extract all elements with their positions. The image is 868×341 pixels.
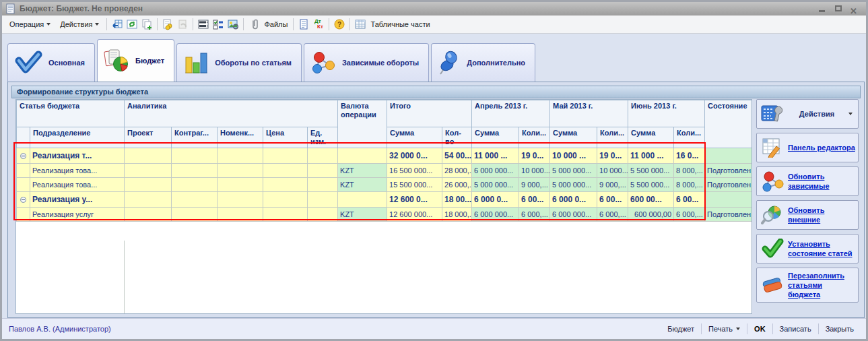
cell-value[interactable]: 6 00...: [597, 192, 628, 208]
column-group-header[interactable]: Статья бюджета: [17, 100, 125, 127]
collapse-icon[interactable]: [20, 197, 26, 203]
cell-analytics[interactable]: [218, 192, 263, 208]
cell-status[interactable]: Подготовлен: [705, 208, 752, 222]
cell-value[interactable]: 6 000 000...: [472, 208, 519, 222]
cell-value[interactable]: 10 000...: [597, 164, 628, 178]
cell-analytics[interactable]: [125, 164, 172, 178]
save-button[interactable]: Записать: [774, 323, 817, 335]
cell-value[interactable]: 10 000...: [519, 164, 550, 178]
cell-analytics[interactable]: [308, 164, 338, 178]
cell-status[interactable]: Подготовлен: [705, 164, 752, 178]
ok-button[interactable]: OK: [749, 323, 771, 335]
cell-analytics[interactable]: [125, 208, 172, 222]
tree-expander[interactable]: [17, 178, 30, 192]
cell-value[interactable]: 10 000 ...: [550, 148, 597, 164]
tab-main[interactable]: Основная: [7, 43, 95, 82]
attach-files-button[interactable]: [246, 18, 261, 31]
cell-value[interactable]: 15 500 000...: [387, 178, 442, 192]
cell-analytics[interactable]: [308, 208, 338, 222]
cell-analytics[interactable]: [218, 208, 263, 222]
cell-value[interactable]: 16 500 000...: [387, 164, 442, 178]
cell-analytics[interactable]: [172, 164, 218, 178]
column-group-header[interactable]: Итого: [387, 100, 472, 127]
cell-value[interactable]: 6 000,...: [519, 208, 550, 222]
cell-value[interactable]: 18 000,...: [442, 208, 472, 222]
tree-expander[interactable]: [17, 192, 30, 208]
cell-analytics[interactable]: [263, 208, 308, 222]
cell-value[interactable]: 6 000,...: [597, 208, 628, 222]
cell-value[interactable]: 11 000 ...: [472, 148, 519, 164]
cell-analytics[interactable]: [218, 148, 263, 164]
table-row[interactable]: Реализация това...KZT16 500 000...28 000…: [17, 164, 752, 178]
column-group-header[interactable]: Июнь 2013 г.: [628, 100, 705, 127]
cell-analytics[interactable]: [172, 208, 218, 222]
cell-currency[interactable]: [338, 148, 387, 164]
cell-analytics[interactable]: [172, 148, 218, 164]
checklist-button[interactable]: [211, 18, 226, 31]
cell-value[interactable]: 6 000,...: [674, 208, 705, 222]
cell-value[interactable]: 6 000 000...: [550, 208, 597, 222]
refresh-external-button[interactable]: Обновить внешние: [756, 200, 859, 230]
cell-value[interactable]: 5 000 000...: [472, 178, 519, 192]
column-header[interactable]: Цена: [263, 127, 308, 148]
tree-expander[interactable]: [17, 148, 30, 164]
actions-menu-button[interactable]: Действия: [55, 18, 104, 30]
tab-dependent-turnovers[interactable]: Зависимые обороты: [304, 43, 429, 82]
cell-value[interactable]: 600 000,00: [628, 208, 674, 222]
tabular-parts-label[interactable]: Табличные части: [368, 20, 432, 28]
tabular-parts-button[interactable]: [353, 18, 368, 31]
column-header[interactable]: Кол-во: [442, 127, 472, 148]
cell-value[interactable]: 5 500 000...: [628, 178, 674, 192]
help-button[interactable]: ?: [332, 18, 347, 31]
budget-button[interactable]: Бюджет: [662, 323, 700, 335]
actions-dropdown-button[interactable]: Действия: [756, 99, 859, 129]
column-group-header[interactable]: Апрель 2013 г.: [472, 100, 550, 127]
refresh-button[interactable]: [125, 18, 139, 31]
cell-value[interactable]: 8 000,...: [674, 178, 705, 192]
cell-analytics[interactable]: [218, 178, 263, 192]
cell-analytics[interactable]: [263, 178, 308, 192]
column-header[interactable]: Сумма: [550, 127, 597, 148]
post-document-button[interactable]: [110, 18, 125, 31]
column-header[interactable]: Сумма: [472, 127, 519, 148]
close-button[interactable]: ✕: [850, 5, 859, 13]
minimize-button[interactable]: [817, 5, 827, 13]
tree-expander[interactable]: [17, 208, 30, 222]
dt-kt-button[interactable]: Дт Кт: [311, 18, 326, 31]
cell-value[interactable]: 5 500 000...: [628, 164, 674, 178]
cell-status[interactable]: [705, 148, 752, 164]
cell-analytics[interactable]: [125, 192, 172, 208]
cell-currency[interactable]: KZT: [338, 208, 387, 222]
column-header[interactable]: Проект: [125, 127, 172, 148]
cell-value[interactable]: 19 0...: [597, 148, 628, 164]
column-header[interactable]: Сумма: [387, 127, 442, 148]
files-label[interactable]: Файлы: [261, 20, 290, 28]
operation-menu-button[interactable]: Операция: [5, 18, 55, 30]
column-header[interactable]: Контраг...: [172, 127, 218, 148]
cell-analytics[interactable]: [218, 164, 263, 178]
cell-value[interactable]: 5 000 000...: [550, 178, 597, 192]
cell-article[interactable]: Реализация услуг: [30, 208, 125, 222]
table-row[interactable]: Реализация у...12 600 0...18 00...6 000 …: [17, 192, 752, 208]
cell-currency[interactable]: KZT: [338, 178, 387, 192]
cell-value[interactable]: 9 000,...: [519, 178, 550, 192]
column-header[interactable]: [17, 127, 30, 148]
post-coins-button[interactable]: [160, 18, 175, 31]
cell-value[interactable]: 6 000 000...: [472, 164, 519, 178]
column-header[interactable]: Номенк...: [218, 127, 263, 148]
copy-add-button[interactable]: [139, 18, 154, 31]
cell-value[interactable]: 6 000 0...: [550, 192, 597, 208]
column-header[interactable]: Коли...: [597, 127, 628, 148]
tab-budget[interactable]: Бюджет: [97, 39, 174, 82]
close-form-button[interactable]: Закрыть: [820, 323, 859, 335]
cell-value[interactable]: 8 000,...: [674, 164, 705, 178]
cell-article[interactable]: Реализация у...: [30, 192, 125, 208]
report-sheet-button[interactable]: [296, 18, 311, 31]
cell-value[interactable]: 12 600 0...: [387, 192, 442, 208]
column-group-header[interactable]: Состояние: [705, 100, 752, 148]
column-group-header[interactable]: Май 2013 г.: [550, 100, 628, 127]
cell-analytics[interactable]: [263, 164, 308, 178]
column-group-header[interactable]: Валюта операции: [338, 100, 387, 148]
cell-value[interactable]: 32 000 0...: [387, 148, 442, 164]
cell-article[interactable]: Реализация т...: [30, 148, 125, 164]
